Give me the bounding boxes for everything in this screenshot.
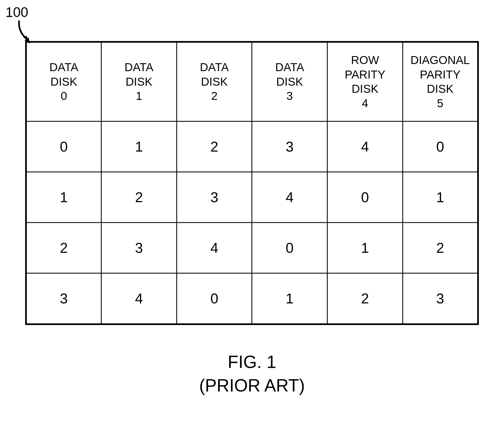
table-cell: 4: [252, 172, 327, 223]
table-cell: 2: [101, 172, 177, 223]
table-cell: 1: [252, 273, 327, 324]
table-cell: 0: [403, 121, 478, 172]
table-cell: 3: [101, 223, 177, 273]
table-cell: 0: [252, 223, 327, 273]
table-cell: 3: [26, 273, 101, 324]
table-cell: 2: [26, 223, 101, 273]
figure-page: 100 DATA DISK 0 DATA DISK 1 DATA DISK 2 …: [0, 0, 504, 435]
table-row: 1 2 3 4 0 1: [26, 172, 478, 223]
table-cell: 0: [177, 273, 252, 324]
caption-line-1: FIG. 1: [0, 350, 504, 374]
table-cell: 3: [403, 273, 478, 324]
column-header: DATA DISK 0: [26, 42, 101, 121]
column-header: DATA DISK 2: [177, 42, 252, 121]
column-header: DATA DISK 3: [252, 42, 327, 121]
column-header: ROW PARITY DISK 4: [327, 42, 403, 121]
table-cell: 4: [327, 121, 403, 172]
table-cell: 2: [177, 121, 252, 172]
table-cell: 1: [26, 172, 101, 223]
raid-layout-table: DATA DISK 0 DATA DISK 1 DATA DISK 2 DATA…: [25, 41, 479, 325]
table-cell: 4: [177, 223, 252, 273]
table-cell: 2: [327, 273, 403, 324]
table-cell: 0: [327, 172, 403, 223]
table-cell: 1: [403, 172, 478, 223]
table-header-row: DATA DISK 0 DATA DISK 1 DATA DISK 2 DATA…: [26, 42, 478, 121]
pointer-arrow-icon: [16, 19, 33, 44]
raid-table-container: DATA DISK 0 DATA DISK 1 DATA DISK 2 DATA…: [25, 41, 479, 325]
table-cell: 3: [252, 121, 327, 172]
column-header: DATA DISK 1: [101, 42, 177, 121]
table-row: 2 3 4 0 1 2: [26, 223, 478, 273]
table-cell: 3: [177, 172, 252, 223]
table-cell: 1: [327, 223, 403, 273]
figure-caption: FIG. 1 (PRIOR ART): [0, 350, 504, 398]
column-header: DIAGONAL PARITY DISK 5: [403, 42, 478, 121]
table-row: 3 4 0 1 2 3: [26, 273, 478, 324]
reference-number: 100: [5, 5, 28, 19]
table-cell: 0: [26, 121, 101, 172]
caption-line-2: (PRIOR ART): [0, 374, 504, 397]
table-cell: 2: [403, 223, 478, 273]
table-row: 0 1 2 3 4 0: [26, 121, 478, 172]
table-cell: 1: [101, 121, 177, 172]
table-cell: 4: [101, 273, 177, 324]
